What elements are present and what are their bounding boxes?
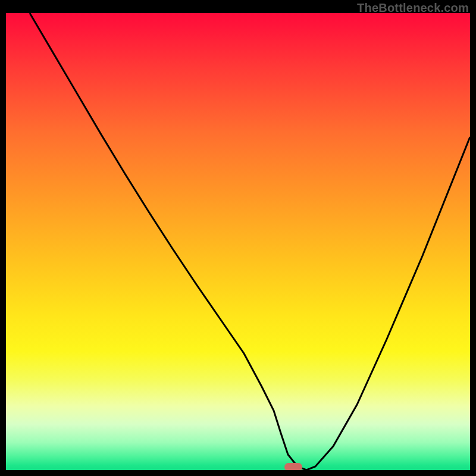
curve-path	[30, 13, 470, 470]
minimum-marker	[284, 463, 302, 470]
plot-area	[6, 13, 470, 470]
chart-frame: TheBottleneck.com	[0, 0, 476, 476]
bottleneck-curve	[6, 13, 470, 470]
